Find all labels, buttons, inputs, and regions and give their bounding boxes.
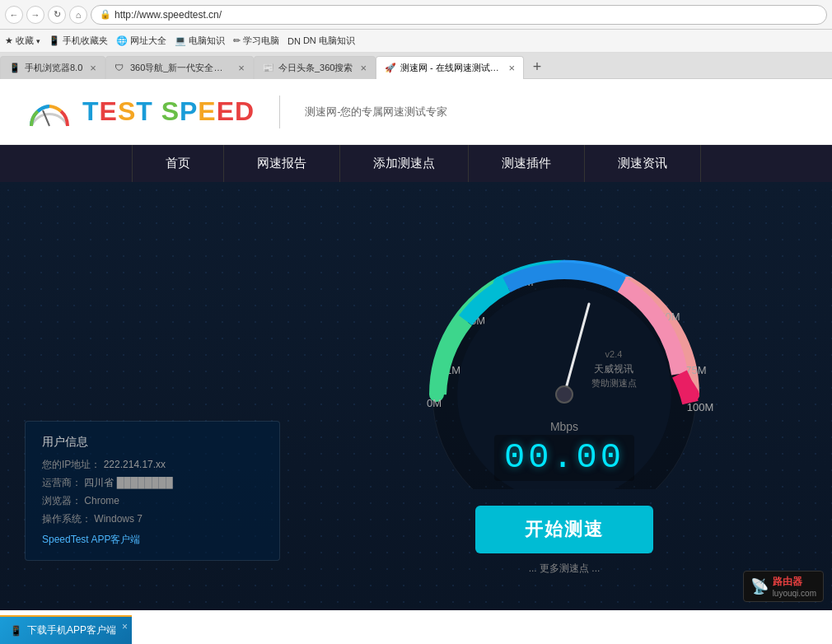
nav-bar: ← → ↻ ⌂ 🔒 http://www.speedtest.cn/: [0, 0, 832, 30]
browser-value: Chrome: [84, 495, 119, 506]
bookmark-computer-knowledge[interactable]: 💻 电脑知识: [175, 35, 225, 47]
speed-display: Mbps 00.00: [494, 420, 634, 481]
computer-icon: 💻: [175, 35, 186, 46]
user-browser: 浏览器： Chrome: [42, 494, 263, 508]
nav-plugin[interactable]: 测速插件: [469, 145, 585, 182]
download-close-button[interactable]: ×: [122, 621, 128, 632]
download-label: 下载手机APP客户端: [27, 623, 116, 637]
logo-area: TEST SPEED 测速网-您的专属网速测试专家: [25, 89, 448, 134]
mobile-icon: 📱: [49, 35, 60, 46]
tab-favicon-360: 🛡: [115, 63, 126, 74]
svg-text:v2.4: v2.4: [605, 349, 623, 359]
user-ip: 您的IP地址： 222.214.17.xx: [42, 458, 263, 472]
bookmark-collections[interactable]: ★ 收藏 ▾: [5, 35, 40, 47]
speedometer-container: 0M 1M 5M 10M 20M 30M 50M 75M 100: [391, 226, 737, 489]
bookmark-learn[interactable]: ✏ 学习电脑: [233, 35, 279, 47]
logo-divider: [279, 96, 280, 128]
globe-icon: 🌐: [116, 35, 128, 46]
tab-close-speedtest[interactable]: ×: [508, 62, 515, 74]
svg-text:天威视讯: 天威视讯: [594, 363, 633, 375]
svg-text:100M: 100M: [687, 401, 714, 413]
bookmark-dn[interactable]: DN DN 电脑知识: [287, 35, 355, 47]
tab-favicon-speedtest: 🚀: [385, 63, 396, 74]
tab-favicon-mobile: 📱: [9, 63, 21, 74]
nav-news[interactable]: 测速资讯: [585, 145, 701, 182]
logo-icon: [25, 89, 74, 134]
logo-main-text: TEST SPEED: [82, 96, 255, 127]
svg-point-13: [556, 386, 573, 403]
tab-toutiao[interactable]: 📰 今日头条_360搜索 ×: [254, 56, 376, 79]
tab-360[interactable]: 🛡 360导航_新一代安全上网导航 ×: [105, 56, 254, 79]
back-button[interactable]: ←: [5, 6, 23, 24]
svg-text:0M: 0M: [427, 397, 442, 409]
address-bar[interactable]: 🔒 http://www.speedtest.cn/: [91, 5, 827, 25]
logo-text: TEST SPEED: [82, 96, 255, 127]
nav-report[interactable]: 网速报告: [224, 145, 340, 182]
download-icon: 📱: [10, 625, 22, 637]
tabs-bar: 📱 手机浏览器8.0 × 🛡 360导航_新一代安全上网导航 × 📰 今日头条_…: [0, 53, 832, 79]
router-ad: 📡 路由器 luyouqi.com: [743, 571, 824, 602]
router-text: 路由器 luyouqi.com: [773, 575, 816, 598]
user-os: 操作系统： Windows 7: [42, 512, 263, 526]
main-area: 用户信息 您的IP地址： 222.214.17.xx 运营商： 四川省 ████…: [0, 182, 832, 610]
user-info-title: 用户信息: [42, 435, 263, 450]
ip-value: 222.214.17.xx: [104, 459, 166, 470]
router-label: 路由器: [773, 575, 816, 589]
browser-frame: ← → ↻ ⌂ 🔒 http://www.speedtest.cn/ ★ 收藏 …: [0, 0, 832, 79]
refresh-button[interactable]: ↻: [48, 6, 66, 24]
os-value: Windows 7: [94, 513, 143, 525]
star-icon: ★: [5, 35, 13, 46]
left-panel: 用户信息 您的IP地址： 222.214.17.xx 运营商： 四川省 ████…: [0, 182, 297, 610]
tab-mobile-browser[interactable]: 📱 手机浏览器8.0 ×: [0, 56, 105, 79]
svg-line-0: [43, 110, 49, 126]
tab-close-toutiao[interactable]: ×: [360, 62, 367, 74]
router-icon: 📡: [750, 577, 769, 595]
tab-favicon-toutiao: 📰: [263, 63, 274, 74]
start-speed-test-button[interactable]: 开始测速: [475, 506, 653, 553]
download-app-banner[interactable]: 📱 下载手机APP客户端 ×: [0, 615, 132, 644]
nav-add-point[interactable]: 添加测速点: [340, 145, 469, 182]
speed-value: 00.00: [494, 435, 634, 481]
router-ad-box[interactable]: 📡 路由器 luyouqi.com: [743, 571, 824, 602]
pencil-icon: ✏: [233, 35, 241, 46]
home-button[interactable]: ⌂: [69, 6, 87, 24]
user-info-box: 用户信息 您的IP地址： 222.214.17.xx 运营商： 四川省 ████…: [25, 421, 280, 561]
forward-button[interactable]: →: [26, 6, 44, 24]
site-header: TEST SPEED 测速网-您的专属网速测试专家: [0, 79, 832, 145]
logo-subtitle: 测速网-您的专属网速测试专家: [305, 105, 447, 119]
isp-value: 四川省 ████████: [84, 477, 172, 488]
speedtest-app-link[interactable]: SpeedTest APP客户端: [42, 533, 263, 547]
user-isp: 运营商： 四川省 ████████: [42, 476, 263, 490]
address-url: http://www.speedtest.cn/: [115, 9, 222, 21]
new-tab-button[interactable]: +: [526, 55, 549, 78]
svg-text:赞助测速点: 赞助测速点: [591, 378, 637, 388]
tab-speedtest[interactable]: 🚀 测速网 - 在线网速测试,网络测速 ×: [376, 56, 524, 79]
chevron-down-icon: ▾: [36, 37, 40, 45]
tab-close-mobile[interactable]: ×: [90, 62, 96, 74]
router-site: luyouqi.com: [773, 589, 816, 598]
nav-home[interactable]: 首页: [132, 145, 224, 182]
bookmark-sites[interactable]: 🌐 网址大全: [116, 35, 166, 47]
book-icon: DN: [287, 36, 301, 46]
speed-unit: Mbps: [494, 420, 634, 433]
more-points-link[interactable]: ... 更多测速点 ...: [529, 562, 601, 576]
tab-close-360[interactable]: ×: [238, 62, 245, 74]
bookmarks-bar: ★ 收藏 ▾ 📱 手机收藏夹 🌐 网址大全 💻 电脑知识 ✏ 学习电脑 DN D…: [0, 30, 832, 53]
right-panel: 0M 1M 5M 10M 20M 30M 50M 75M 100: [297, 182, 832, 610]
site-nav: 首页 网速报告 添加测速点 测速插件 测速资讯: [0, 145, 832, 182]
site-content: TEST SPEED 测速网-您的专属网速测试专家 首页 网速报告 添加测速点 …: [0, 79, 832, 610]
bookmark-mobile[interactable]: 📱 手机收藏夹: [49, 35, 108, 47]
